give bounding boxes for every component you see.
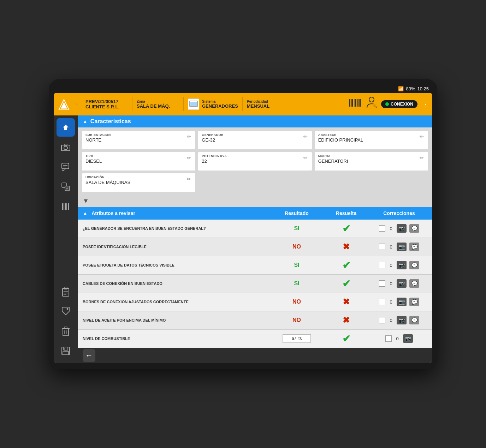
correction-camera-0[interactable]: 📷 (397, 224, 407, 233)
correction-camera-2[interactable]: 📷 (397, 261, 407, 269)
correction-camera-3[interactable]: 📷 (397, 279, 407, 288)
edit-potencia-button[interactable]: ✏ (303, 154, 308, 161)
correction-checkbox-6[interactable] (385, 335, 392, 342)
correction-checkbox-0[interactable] (379, 225, 385, 232)
field-label-tipo: TIPO (85, 154, 102, 158)
edit-ubicacion-button[interactable]: ✏ (186, 175, 192, 183)
attr-name-6: NIVEL DE COMBUSTIBLE (83, 333, 272, 344)
atributos-col-name: ▲ Atributos a revisar (83, 210, 272, 216)
barcode-icon[interactable] (349, 97, 362, 110)
svg-rect-40 (64, 327, 67, 328)
sidebar-item-save[interactable] (57, 342, 75, 360)
field-abastece: ABASTECE EDIFICIO PRINCIPAL ✏ (315, 131, 428, 149)
sistema-value: GENERADORES (202, 103, 238, 109)
correction-checkbox-4[interactable] (379, 299, 385, 305)
attr-name-4: BORNES DE CONEXIÓN AJUSTADOS CORRECTAMEN… (83, 296, 272, 307)
app-logo (57, 97, 71, 111)
atributos-col-correcciones: Correcciones (371, 210, 427, 216)
attr-corrections-0: 0 📷 💬 (371, 224, 427, 233)
sidebar-item-home[interactable] (57, 118, 75, 137)
collapse-toggle[interactable]: ▼ (78, 195, 432, 207)
correction-chat-5[interactable]: 💬 (409, 316, 419, 324)
zona-info: Zona SALA DE MÁQ. (137, 100, 179, 109)
field-label-generador: GENERADOR (202, 133, 223, 137)
correction-camera-4[interactable]: 📷 (397, 298, 407, 306)
conexion-label: CONEXION (391, 102, 413, 107)
svg-text:A: A (66, 187, 68, 190)
svg-rect-5 (192, 107, 195, 107)
correction-camera-6[interactable]: 📷 (403, 334, 413, 343)
main-layout: A (54, 115, 432, 363)
sidebar-item-camera[interactable] (57, 138, 75, 156)
correction-chat-1[interactable]: 💬 (409, 243, 419, 251)
time-display: 10:25 (417, 86, 429, 91)
person-icon[interactable]: ? (366, 97, 377, 111)
svg-text:?: ? (373, 105, 375, 108)
svg-point-19 (64, 146, 67, 150)
battery-text: 83% (406, 86, 415, 91)
correction-count-6: 0 (395, 336, 400, 341)
attr-name-1: POSEE IDENTIFICACIÓN LEGIBLE (83, 241, 272, 252)
correction-checkbox-1[interactable] (379, 244, 385, 250)
correction-camera-5[interactable]: 📷 (397, 316, 407, 324)
atributos-col-resuelta: Resuelta (321, 210, 371, 216)
sistema-info: Sistema GENERADORES (188, 98, 238, 110)
wifi-icon: 📶 (398, 86, 404, 91)
top-bar-actions: ? CONEXION ⋮ (349, 97, 429, 111)
svg-rect-33 (64, 287, 67, 289)
zona-label: Zona (137, 100, 179, 103)
correction-checkbox-3[interactable] (379, 280, 385, 287)
caracteristicas-section-header[interactable]: ▲ Caracteristicas (78, 115, 432, 127)
correction-count-0: 0 (388, 226, 394, 231)
attr-resolved-2: ✔ (321, 259, 371, 271)
table-row: ¿EL GENERADOR SE ENCUENTRA EN BUEN ESTAD… (78, 220, 432, 238)
attr-resolved-1: ✖ (321, 242, 371, 252)
correction-count-3: 0 (388, 281, 394, 286)
correction-checkbox-5[interactable] (379, 317, 385, 323)
edit-generador-button[interactable]: ✏ (303, 133, 308, 140)
edit-tipo-button[interactable]: ✏ (186, 154, 192, 161)
correction-chat-0[interactable]: 💬 (409, 224, 419, 233)
svg-rect-45 (63, 351, 69, 355)
field-marca: MARCA GENERATORI ✏ (315, 152, 428, 171)
divider-1 (132, 97, 132, 111)
edit-marca-button[interactable]: ✏ (419, 154, 425, 161)
svg-rect-13 (360, 99, 361, 107)
tablet-frame: 📶 83% 10:25 ← PREV/21/00517 CLIENTE S.R.… (49, 79, 437, 369)
attr-result-4: NO (272, 299, 321, 305)
correction-count-2: 0 (388, 263, 394, 268)
zona-value: SALA DE MÁQ. (137, 103, 179, 109)
svg-rect-10 (355, 99, 356, 107)
field-label-marca: MARCA (318, 154, 348, 158)
field-value-ubicacion: SALA DE MÁQUINAS (85, 180, 130, 185)
correction-camera-1[interactable]: 📷 (397, 243, 407, 251)
sidebar-item-chat[interactable] (57, 158, 75, 176)
correction-checkbox-2[interactable] (379, 262, 385, 268)
attr-result-input-6[interactable] (283, 334, 311, 343)
field-value-subestacion: NORTE (85, 137, 111, 143)
field-label-potencia: POTENCIA KVA (202, 154, 227, 158)
svg-rect-7 (351, 99, 352, 107)
cross-icon-5: ✖ (343, 315, 350, 325)
correction-chat-2[interactable]: 💬 (409, 261, 419, 269)
correction-chat-3[interactable]: 💬 (409, 279, 419, 288)
edit-abastece-button[interactable]: ✏ (419, 133, 425, 140)
sidebar-item-tag[interactable] (57, 302, 75, 321)
svg-rect-27 (62, 203, 63, 210)
menu-dots-button[interactable]: ⋮ (422, 100, 429, 108)
sidebar-item-translate[interactable]: A (57, 178, 75, 196)
back-button-bottom[interactable]: ← (83, 349, 95, 362)
sidebar-item-trash[interactable] (57, 322, 75, 340)
back-button-top[interactable]: ← (75, 100, 81, 108)
field-ubicacion: UBICACIÓN SALA DE MÁQUINAS ✏ (82, 173, 195, 192)
edit-subestacion-button[interactable]: ✏ (186, 133, 192, 140)
attr-name-2: POSEE ETIQUETA DE DATOS TÉCNICOS VISIBLE (83, 259, 272, 271)
sidebar-item-clipboard[interactable] (57, 282, 75, 301)
correction-chat-4[interactable]: 💬 (409, 298, 419, 306)
toggle-caracteristicas-icon[interactable]: ▲ (83, 119, 88, 124)
divider-2 (183, 97, 184, 111)
attr-corrections-4: 0 📷 💬 (371, 298, 427, 306)
conexion-button[interactable]: CONEXION (381, 100, 417, 108)
attr-resolved-4: ✖ (321, 297, 371, 307)
sidebar-item-barcode[interactable] (57, 197, 75, 216)
